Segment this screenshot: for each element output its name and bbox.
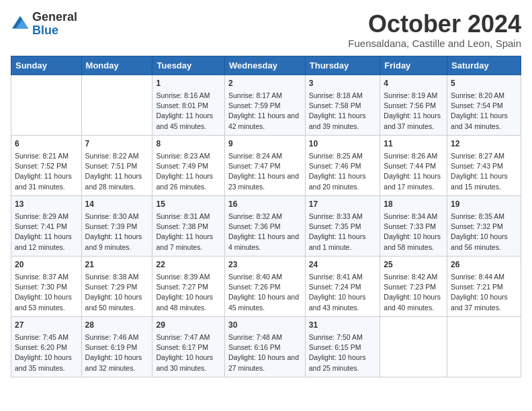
day-info-line: Sunset: 6:16 PM bbox=[228, 342, 302, 353]
day-info-line: Sunrise: 7:45 AM bbox=[15, 332, 78, 342]
title-block: October 2024 Fuensaldana, Castille and L… bbox=[348, 11, 521, 49]
day-number: 10 bbox=[309, 138, 377, 150]
day-info-line: Sunset: 7:26 PM bbox=[228, 282, 302, 292]
day-info-line: Sunset: 7:54 PM bbox=[451, 101, 517, 111]
day-info-line: Daylight: 11 hours and 34 minutes. bbox=[451, 111, 517, 131]
day-info-line: Sunset: 7:49 PM bbox=[156, 161, 221, 171]
calendar-week-row: 27Sunrise: 7:45 AMSunset: 6:20 PMDayligh… bbox=[11, 316, 521, 377]
day-info-line: Daylight: 10 hours and 32 minutes. bbox=[85, 353, 149, 373]
calendar-header: SundayMondayTuesdayWednesdayThursdayFrid… bbox=[11, 56, 521, 75]
day-number: 6 bbox=[15, 138, 78, 150]
day-info-line: Sunrise: 8:30 AM bbox=[85, 212, 149, 222]
calendar-cell: 1Sunrise: 8:16 AMSunset: 8:01 PMDaylight… bbox=[152, 75, 225, 135]
month-title: October 2024 bbox=[348, 11, 521, 38]
day-info-line: Daylight: 10 hours and 45 minutes. bbox=[228, 292, 302, 312]
logo: General Blue bbox=[11, 11, 77, 38]
day-info-line: Sunset: 7:59 PM bbox=[228, 101, 302, 111]
day-info-line: Daylight: 10 hours and 27 minutes. bbox=[228, 353, 302, 373]
day-of-week-header: Sunday bbox=[11, 56, 82, 75]
calendar-cell: 21Sunrise: 8:38 AMSunset: 7:29 PMDayligh… bbox=[81, 256, 152, 316]
day-info-line: Sunrise: 8:25 AM bbox=[309, 151, 377, 161]
day-info-line: Sunset: 6:15 PM bbox=[309, 342, 377, 353]
calendar-cell: 8Sunrise: 8:23 AMSunset: 7:49 PMDaylight… bbox=[152, 135, 225, 195]
day-number: 22 bbox=[156, 259, 221, 271]
calendar-cell: 13Sunrise: 8:29 AMSunset: 7:41 PMDayligh… bbox=[11, 195, 82, 256]
day-info-line: Sunset: 7:38 PM bbox=[156, 222, 221, 232]
day-info-line: Sunrise: 8:23 AM bbox=[156, 151, 221, 161]
day-info-line: Daylight: 11 hours and 39 minutes. bbox=[309, 111, 377, 131]
calendar-cell bbox=[11, 75, 82, 135]
day-number: 11 bbox=[384, 138, 443, 150]
day-info-line: Sunset: 7:51 PM bbox=[85, 161, 149, 171]
day-info-line: Sunrise: 8:34 AM bbox=[384, 212, 443, 222]
calendar-cell: 31Sunrise: 7:50 AMSunset: 6:15 PMDayligh… bbox=[305, 316, 380, 377]
calendar-cell: 22Sunrise: 8:39 AMSunset: 7:27 PMDayligh… bbox=[152, 256, 225, 316]
day-number: 7 bbox=[85, 138, 149, 150]
day-info-line: Daylight: 10 hours and 48 minutes. bbox=[156, 292, 221, 312]
day-number: 29 bbox=[156, 320, 221, 331]
day-info-line: Daylight: 11 hours and 12 minutes. bbox=[15, 232, 78, 252]
day-info-line: Daylight: 10 hours and 37 minutes. bbox=[451, 292, 517, 312]
calendar-cell: 12Sunrise: 8:27 AMSunset: 7:43 PMDayligh… bbox=[447, 135, 521, 195]
day-info-line: Daylight: 10 hours and 43 minutes. bbox=[309, 292, 377, 312]
calendar-cell bbox=[380, 316, 447, 377]
day-info-line: Sunset: 7:56 PM bbox=[384, 101, 443, 111]
day-info-line: Sunset: 7:52 PM bbox=[15, 161, 78, 171]
day-number: 13 bbox=[15, 199, 78, 210]
day-number: 20 bbox=[15, 259, 78, 271]
day-number: 15 bbox=[156, 199, 221, 210]
day-info-line: Sunrise: 8:29 AM bbox=[15, 212, 78, 222]
day-info-line: Daylight: 10 hours and 30 minutes. bbox=[156, 353, 221, 373]
day-number: 9 bbox=[228, 138, 302, 150]
day-number: 25 bbox=[384, 259, 443, 271]
day-of-week-header: Wednesday bbox=[224, 56, 305, 75]
day-number: 18 bbox=[384, 199, 443, 210]
calendar-cell: 3Sunrise: 8:18 AMSunset: 7:58 PMDaylight… bbox=[305, 75, 380, 135]
day-number: 21 bbox=[85, 259, 149, 271]
day-info-line: Sunset: 7:44 PM bbox=[384, 161, 443, 171]
calendar-table: SundayMondayTuesdayWednesdayThursdayFrid… bbox=[11, 56, 521, 377]
day-info-line: Sunset: 6:20 PM bbox=[15, 342, 78, 353]
day-info-line: Sunset: 7:58 PM bbox=[309, 101, 377, 111]
day-number: 3 bbox=[309, 78, 377, 89]
calendar-cell bbox=[81, 75, 152, 135]
day-info-line: Daylight: 11 hours and 9 minutes. bbox=[85, 232, 149, 252]
calendar-cell: 28Sunrise: 7:46 AMSunset: 6:19 PMDayligh… bbox=[81, 316, 152, 377]
calendar-cell: 29Sunrise: 7:47 AMSunset: 6:17 PMDayligh… bbox=[152, 316, 225, 377]
page-header: General Blue October 2024 Fuensaldana, C… bbox=[11, 11, 521, 49]
day-info-line: Sunrise: 7:50 AM bbox=[309, 332, 377, 342]
calendar-cell: 23Sunrise: 8:40 AMSunset: 7:26 PMDayligh… bbox=[224, 256, 305, 316]
day-info-line: Daylight: 10 hours and 50 minutes. bbox=[85, 292, 149, 312]
day-info-line: Sunrise: 8:41 AM bbox=[309, 272, 377, 282]
day-info-line: Daylight: 11 hours and 28 minutes. bbox=[85, 171, 149, 191]
day-info-line: Sunrise: 8:44 AM bbox=[451, 272, 517, 282]
day-of-week-header: Friday bbox=[380, 56, 447, 75]
day-info-line: Sunrise: 8:39 AM bbox=[156, 272, 221, 282]
day-of-week-header: Saturday bbox=[447, 56, 521, 75]
day-number: 24 bbox=[309, 259, 377, 271]
day-info-line: Sunset: 8:01 PM bbox=[156, 101, 221, 111]
day-of-week-header: Thursday bbox=[305, 56, 380, 75]
calendar-cell: 17Sunrise: 8:33 AMSunset: 7:35 PMDayligh… bbox=[305, 195, 380, 256]
logo-icon bbox=[11, 15, 30, 34]
calendar-week-row: 1Sunrise: 8:16 AMSunset: 8:01 PMDaylight… bbox=[11, 75, 521, 135]
day-number: 1 bbox=[156, 78, 221, 89]
day-info-line: Sunset: 7:43 PM bbox=[451, 161, 517, 171]
days-of-week-row: SundayMondayTuesdayWednesdayThursdayFrid… bbox=[11, 56, 521, 75]
day-info-line: Daylight: 11 hours and 17 minutes. bbox=[384, 171, 443, 191]
day-info-line: Sunrise: 8:20 AM bbox=[451, 91, 517, 101]
day-info-line: Sunrise: 8:38 AM bbox=[85, 272, 149, 282]
calendar-body: 1Sunrise: 8:16 AMSunset: 8:01 PMDaylight… bbox=[11, 75, 521, 377]
day-info-line: Daylight: 11 hours and 15 minutes. bbox=[451, 171, 517, 191]
day-info-line: Sunrise: 8:19 AM bbox=[384, 91, 443, 101]
day-number: 30 bbox=[228, 320, 302, 331]
day-number: 17 bbox=[309, 199, 377, 210]
day-info-line: Sunrise: 7:47 AM bbox=[156, 332, 221, 342]
day-info-line: Daylight: 10 hours and 35 minutes. bbox=[15, 353, 78, 373]
day-info-line: Sunset: 7:35 PM bbox=[309, 222, 377, 232]
day-info-line: Daylight: 11 hours and 45 minutes. bbox=[156, 111, 221, 131]
day-info-line: Daylight: 11 hours and 42 minutes. bbox=[228, 111, 302, 131]
day-number: 16 bbox=[228, 199, 302, 210]
day-number: 8 bbox=[156, 138, 221, 150]
day-number: 23 bbox=[228, 259, 302, 271]
